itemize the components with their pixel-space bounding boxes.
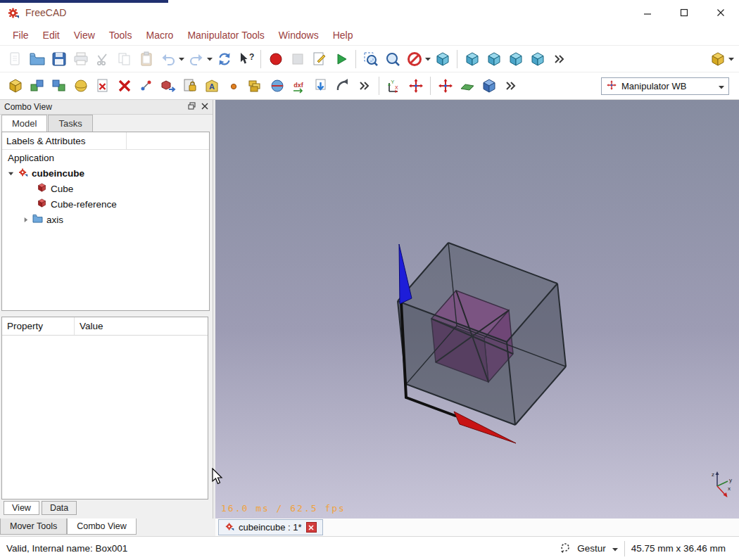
property-column-header[interactable]: Property bbox=[2, 317, 75, 335]
tree-item-cube-reference[interactable]: Cube-reference bbox=[2, 196, 209, 212]
part-simple-copy-icon[interactable] bbox=[157, 75, 179, 97]
chevron-collapsed-icon[interactable] bbox=[22, 217, 29, 223]
manipulator-plane-icon[interactable] bbox=[456, 75, 478, 97]
toolbar-overflow-icon[interactable] bbox=[548, 48, 570, 70]
menu-item-manipulator-tools[interactable]: Manipulator Tools bbox=[180, 27, 271, 44]
document-new-icon[interactable] bbox=[4, 48, 26, 70]
undo-icon[interactable] bbox=[157, 48, 179, 70]
part-workbench-icon[interactable] bbox=[707, 48, 728, 70]
dxf-export-icon[interactable]: dxf bbox=[288, 75, 310, 97]
tab-view[interactable]: View bbox=[4, 501, 39, 515]
redo-icon[interactable] bbox=[185, 48, 207, 70]
view-zoom-icon[interactable] bbox=[381, 48, 403, 70]
tree-item-document[interactable]: cubeincube bbox=[2, 165, 209, 181]
tree-item-label: Cube bbox=[51, 184, 73, 194]
datum-point-icon[interactable] bbox=[222, 75, 244, 97]
copy-icon[interactable] bbox=[113, 48, 135, 70]
maximize-button[interactable] bbox=[666, 1, 702, 24]
macro-execute-icon[interactable] bbox=[330, 48, 352, 70]
menu-item-file[interactable]: File bbox=[6, 27, 36, 44]
menu-item-windows[interactable]: Windows bbox=[272, 27, 326, 44]
refresh-icon[interactable] bbox=[213, 48, 235, 70]
toolbar-overflow-icon[interactable] bbox=[500, 75, 522, 97]
print-icon[interactable] bbox=[70, 48, 91, 70]
tree-header: Labels & Attributes bbox=[2, 132, 209, 150]
part-common-icon[interactable] bbox=[48, 75, 70, 97]
part-box-icon[interactable] bbox=[4, 75, 26, 97]
value-column-header[interactable]: Value bbox=[75, 317, 208, 335]
workbench-selector[interactable]: Manipulator WB bbox=[601, 77, 729, 95]
part-union-icon[interactable] bbox=[26, 75, 48, 97]
nav-style-label[interactable]: Gestur bbox=[577, 543, 606, 554]
cross-section-icon[interactable] bbox=[266, 75, 288, 97]
paste-icon[interactable] bbox=[135, 48, 157, 70]
3d-viewport[interactable]: 16.0 ms / 62.5 fps z y x bbox=[215, 100, 739, 518]
manipulator-retranslate-icon[interactable] bbox=[434, 75, 456, 97]
delete-icon[interactable] bbox=[113, 75, 135, 97]
document-tab[interactable]: cubeincube : 1* bbox=[218, 519, 323, 535]
toolbar-separator bbox=[355, 50, 356, 68]
folder-icon bbox=[32, 214, 43, 225]
remove-shape-icon[interactable] bbox=[91, 75, 113, 97]
axis-indicator: z y x bbox=[705, 468, 735, 500]
import-file-icon[interactable] bbox=[310, 75, 331, 97]
property-table-header: Property Value bbox=[2, 317, 208, 336]
toolbar-overflow-icon[interactable] bbox=[353, 75, 375, 97]
tree-item-application[interactable]: Application bbox=[2, 150, 209, 165]
manipulator-caliper-icon[interactable] bbox=[478, 75, 500, 97]
close-button[interactable] bbox=[702, 1, 739, 24]
dropdown-caret-icon[interactable] bbox=[424, 48, 431, 70]
shape-from-text-icon[interactable]: A bbox=[201, 75, 222, 97]
menu-item-tools[interactable]: Tools bbox=[102, 27, 139, 44]
manipulator-workbench-icon bbox=[606, 79, 617, 93]
view-right-icon[interactable] bbox=[505, 48, 526, 70]
cut-icon[interactable] bbox=[91, 48, 113, 70]
menu-bar: File Edit View Tools Macro Manipulator T… bbox=[0, 25, 739, 45]
part-cylinder-icon[interactable] bbox=[70, 75, 91, 97]
clipboard-lock-icon[interactable] bbox=[179, 75, 201, 97]
chevron-down-icon[interactable] bbox=[612, 543, 618, 554]
view-isometric-icon[interactable] bbox=[431, 48, 453, 70]
view-front-icon[interactable] bbox=[461, 48, 483, 70]
macro-edit-icon[interactable] bbox=[308, 48, 330, 70]
cube-object-icon bbox=[37, 198, 47, 210]
whats-this-icon[interactable]: ? bbox=[235, 48, 257, 70]
toolbar-separator bbox=[457, 50, 457, 68]
manipulator-mover-icon[interactable] bbox=[405, 75, 427, 97]
dropdown-caret-icon[interactable] bbox=[727, 48, 735, 70]
blue-arrow[interactable] bbox=[399, 244, 412, 304]
document-open-icon[interactable] bbox=[26, 48, 48, 70]
placement-icon[interactable] bbox=[135, 75, 157, 97]
chevron-expanded-icon[interactable] bbox=[7, 170, 14, 177]
outer-cube-object[interactable] bbox=[398, 243, 566, 425]
tab-model[interactable]: Model bbox=[1, 115, 47, 132]
menu-item-help[interactable]: Help bbox=[326, 27, 360, 44]
tree-item-cube[interactable]: Cube bbox=[2, 181, 209, 196]
view-axonometric-icon[interactable] bbox=[526, 48, 548, 70]
menu-item-macro[interactable]: Macro bbox=[139, 27, 180, 44]
status-message: Valid, Internal name: Box001 bbox=[6, 543, 127, 554]
view-fit-all-icon[interactable] bbox=[360, 48, 381, 70]
document-save-icon[interactable] bbox=[48, 48, 70, 70]
manipulator-aligner-icon[interactable]: YX bbox=[383, 75, 405, 97]
macro-record-icon[interactable] bbox=[265, 48, 286, 70]
revolve-icon[interactable] bbox=[331, 75, 353, 97]
menu-item-view[interactable]: View bbox=[67, 27, 102, 44]
svg-text:?: ? bbox=[249, 52, 254, 62]
close-document-icon[interactable] bbox=[306, 522, 317, 533]
menu-item-edit[interactable]: Edit bbox=[36, 27, 67, 44]
view-top-icon[interactable] bbox=[483, 48, 505, 70]
float-panel-icon[interactable] bbox=[188, 102, 196, 112]
tab-tasks[interactable]: Tasks bbox=[48, 115, 92, 132]
draw-style-icon[interactable] bbox=[403, 48, 425, 70]
tab-combo-view[interactable]: Combo View bbox=[67, 518, 137, 535]
macro-stop-icon[interactable] bbox=[286, 48, 308, 70]
close-panel-icon[interactable] bbox=[201, 102, 208, 112]
tree-item-axis[interactable]: axis bbox=[2, 212, 209, 227]
part-compound-icon[interactable] bbox=[244, 75, 266, 97]
minimize-button[interactable] bbox=[629, 1, 666, 24]
tab-mover-tools[interactable]: Mover Tools bbox=[0, 518, 67, 535]
freecad-logo-icon bbox=[7, 6, 20, 19]
cube-object-icon bbox=[37, 182, 47, 195]
tab-data[interactable]: Data bbox=[42, 501, 77, 515]
